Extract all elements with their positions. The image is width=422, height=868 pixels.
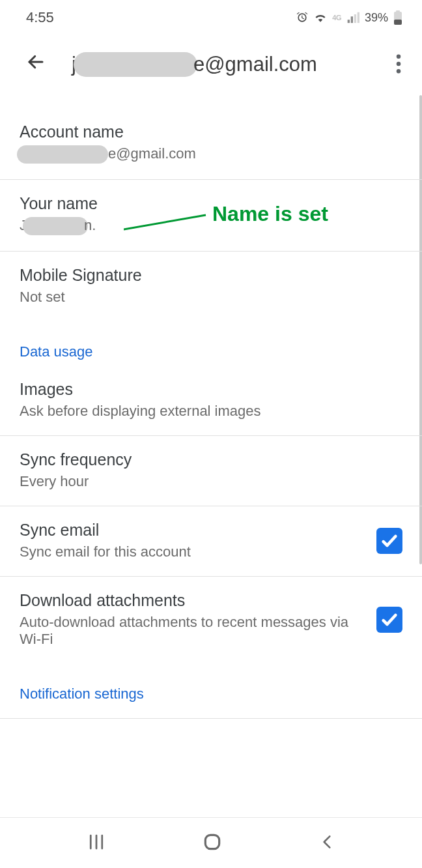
section-notification-settings: Notification settings [0,663,422,719]
setting-images[interactable]: Images Ask before displaying external im… [0,366,422,436]
section-data-usage: Data usage [0,321,422,366]
setting-title: Mobile Signature [20,266,402,289]
setting-value: Not set [20,289,402,306]
redacted-text [74,52,197,77]
more-button[interactable] [388,49,409,81]
app-bar: j e@gmail.com [0,35,422,100]
setting-account-name[interactable]: Account name e@gmail.com [0,100,422,180]
setting-title: Account name [20,123,402,145]
signal-icon [346,11,359,24]
status-time: 4:55 [26,9,54,26]
nav-back-button[interactable] [312,827,342,859]
nav-recents-button[interactable] [80,826,113,860]
setting-value: Every hour [20,473,402,490]
setting-value: Ask before displaying external images [20,403,402,420]
android-nav-bar [0,817,422,868]
redacted-text [23,217,88,235]
svg-rect-1 [396,10,400,12]
status-bar: 4:55 4G 39% [0,0,422,35]
wifi-icon [314,11,327,24]
title-suffix: e@gmail.com [193,53,317,76]
setting-title: Your name [20,194,402,217]
setting-title: Download attachments [20,591,363,614]
svg-point-6 [397,69,401,74]
page-title: j e@gmail.com [72,52,367,77]
status-right: 4G 39% [296,10,402,25]
setting-title: Sync frequency [20,450,402,473]
svg-rect-2 [394,20,402,25]
network-type-label: 4G [332,14,341,22]
setting-mobile-signature[interactable]: Mobile Signature Not set [0,252,422,321]
svg-point-4 [397,54,401,59]
battery-percent: 39% [365,11,388,25]
setting-value: Jn. [20,217,402,235]
alarm-icon [296,11,309,24]
setting-value: Auto-download attachments to recent mess… [20,614,363,648]
sync-email-checkbox[interactable] [376,528,402,554]
settings-list: Account name e@gmail.com Your name Jn. M… [0,100,422,719]
setting-title: Sync email [20,521,363,543]
download-attachments-checkbox[interactable] [376,607,402,633]
setting-sync-email[interactable]: Sync email Sync email for this account [0,506,422,577]
back-button[interactable] [21,47,51,82]
setting-sync-frequency[interactable]: Sync frequency Every hour [0,436,422,506]
svg-rect-11 [205,835,219,848]
redacted-text [17,145,108,164]
svg-point-5 [397,61,401,66]
nav-home-button[interactable] [195,825,229,861]
setting-value: Sync email for this account [20,543,363,560]
setting-title: Images [20,380,402,403]
battery-icon [393,10,402,25]
setting-your-name[interactable]: Your name Jn. [0,180,422,252]
setting-download-attachments[interactable]: Download attachments Auto-download attac… [0,577,422,663]
setting-value: e@gmail.com [20,145,402,164]
